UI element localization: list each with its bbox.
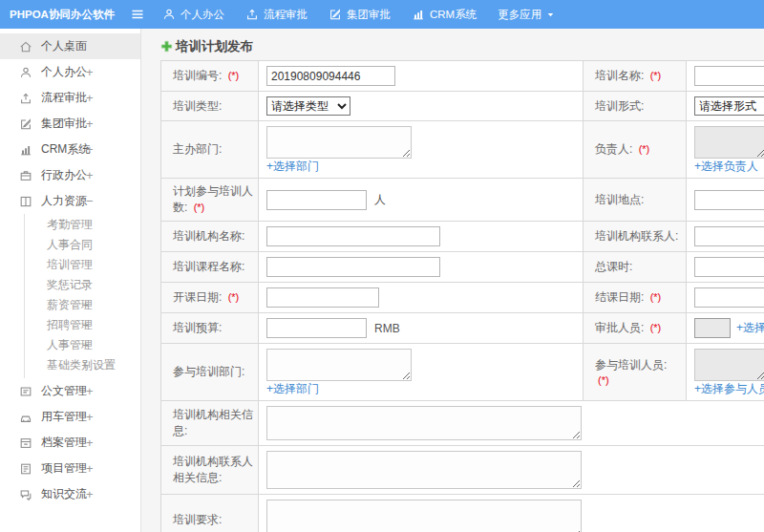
sidebar-item-admin-office[interactable]: 行政办公+ (0, 162, 140, 188)
sidebar-subitem-label: 奖惩记录 (47, 277, 93, 293)
training-budget-input[interactable] (266, 318, 367, 338)
sidebar-item-vehicle-mgmt[interactable]: 用车管理+ (0, 404, 140, 430)
required-marker: (*) (598, 374, 609, 386)
start-date-input[interactable] (266, 287, 379, 308)
sidebar-item-label: 个人办公 (41, 64, 87, 80)
approver-picker-link[interactable]: +选择审批人员 (736, 321, 764, 334)
approver-input[interactable] (694, 318, 731, 338)
top-nav-group-approval[interactable]: 集团审批 (329, 8, 391, 22)
training-requirements-textarea[interactable] (266, 500, 582, 532)
top-nav-crm-system[interactable]: CRM系统 (412, 8, 477, 22)
sidebar-subitem-training-mgmt[interactable]: 培训管理 (25, 255, 140, 275)
sidebar-item-label: 人力资源 (41, 193, 87, 209)
planned-participants-input[interactable] (266, 190, 367, 210)
expand-plus-icon[interactable]: + (86, 117, 94, 130)
collapse-minus-icon[interactable]: − (86, 195, 94, 207)
page-title: 培训计划发布 (176, 38, 253, 55)
required-marker: (*) (228, 291, 240, 303)
expand-plus-icon[interactable]: + (86, 169, 94, 181)
top-nav-more-apps[interactable]: 更多应用 (498, 8, 555, 22)
top-nav-workflow-approval[interactable]: 流程审批 (245, 8, 308, 22)
sidebar-item-document-mgmt[interactable]: 公文管理+ (0, 378, 140, 404)
training-plan-form: 培训编号: (*)培训名称: (*)培训类型: 请选择类型培训形式: 请选择形式… (160, 60, 764, 532)
expand-plus-icon[interactable]: + (86, 488, 94, 500)
sidebar-item-group-approval[interactable]: 集团审批+ (0, 111, 140, 137)
participating-persons-label: 参与培训人员: (*) (584, 344, 687, 401)
participating-departments-textarea[interactable] (266, 349, 412, 381)
chart-icon (412, 8, 425, 21)
expand-plus-icon[interactable]: + (82, 360, 89, 372)
training-type-label: 培训类型: (161, 92, 259, 121)
sidebar-item-human-resources[interactable]: 人力资源− (0, 188, 140, 214)
sidebar-item-crm-system[interactable]: CRM系统+ (0, 137, 140, 162)
sidebar-subitem-label: 人事合同 (47, 237, 93, 253)
expand-plus-icon[interactable]: + (86, 385, 94, 397)
sidebar-subitem-base-category-settings[interactable]: 基础类别设置+ (25, 355, 140, 375)
nav-label: 更多应用 (498, 8, 541, 22)
training-org-contact-info-textarea[interactable] (266, 451, 582, 489)
sidebar-subitem-label: 培训管理 (47, 257, 93, 273)
sidebar-item-label: 用车管理 (41, 409, 87, 425)
end-date-input[interactable] (694, 287, 764, 308)
car-icon (19, 411, 32, 424)
training-form-select[interactable]: 请选择形式 (694, 96, 764, 116)
end-date-label: 结课日期: (*) (584, 283, 687, 313)
sidebar-item-personal-desktop[interactable]: 个人桌面 (0, 33, 140, 59)
sidebar-subitem-reward-punishment[interactable]: 奖惩记录 (25, 275, 140, 295)
hr-book-icon (19, 195, 32, 208)
sidebar-subitem-attendance-mgmt[interactable]: 考勤管理 (25, 215, 140, 235)
sidebar-subitem-salary-mgmt[interactable]: 薪资管理+ (25, 295, 140, 315)
training-name-input[interactable] (694, 66, 764, 86)
training-org-contact-info-label: 培训机构联系人相关信息: (161, 446, 259, 495)
host-department-textarea[interactable] (266, 126, 412, 159)
nav-label: CRM系统 (430, 8, 477, 22)
course-name-input[interactable] (266, 257, 440, 277)
person-in-charge-picker-row: +选择负责人 (694, 160, 764, 173)
expand-plus-icon[interactable]: + (86, 66, 94, 78)
expand-plus-icon[interactable]: + (82, 300, 89, 311)
menu-toggle-button[interactable] (126, 3, 149, 26)
expand-plus-icon[interactable]: + (86, 143, 94, 156)
training-type-select[interactable]: 请选择类型 (266, 96, 350, 116)
sidebar-item-project-mgmt[interactable]: 项目管理+ (0, 456, 140, 481)
nav-label: 流程审批 (264, 8, 308, 22)
participating-departments-picker-link[interactable]: +选择部门 (266, 382, 319, 395)
expand-plus-icon[interactable]: + (82, 320, 89, 331)
edit-icon (19, 117, 32, 131)
expand-plus-icon[interactable]: + (86, 436, 94, 449)
sidebar-item-archive-mgmt[interactable]: 档案管理+ (0, 430, 140, 456)
menu-icon (130, 7, 145, 22)
sidebar-item-label: 个人桌面 (41, 38, 87, 54)
sidebar-subitem-personnel-mgmt[interactable]: 人事管理+ (25, 335, 140, 355)
person-in-charge-textarea[interactable] (694, 126, 764, 159)
sidebar-subitem-hr-contract[interactable]: 人事合同 (25, 235, 140, 255)
training-org-name-input[interactable] (266, 226, 440, 246)
training-form-label: 培训形式: (584, 92, 687, 121)
flow-icon (19, 92, 32, 105)
top-nav-personal-office[interactable]: 个人办公 (162, 8, 224, 22)
project-icon (19, 462, 32, 476)
total-hours-input[interactable] (694, 257, 764, 277)
training-org-info-label: 培训机构相关信息: (161, 401, 259, 446)
training-location-input[interactable] (694, 190, 764, 210)
host-department-picker-link[interactable]: +选择部门 (266, 160, 319, 173)
participating-persons-picker-link[interactable]: +选择参与人员 (694, 382, 764, 395)
archive-icon (19, 436, 32, 450)
expand-plus-icon[interactable]: + (86, 92, 94, 104)
total-hours-label: 总课时: (584, 252, 687, 283)
expand-plus-icon[interactable]: + (86, 462, 94, 475)
sidebar-item-label: 项目管理 (41, 460, 87, 477)
training-org-info-textarea[interactable] (266, 406, 582, 440)
sidebar-subitem-recruit-mgmt[interactable]: 招聘管理+ (25, 315, 140, 335)
expand-plus-icon[interactable]: + (82, 340, 89, 351)
expand-plus-icon[interactable]: + (86, 411, 94, 423)
sidebar-item-knowledge-exchange[interactable]: 知识交流+ (0, 481, 140, 507)
training-org-contact-input[interactable] (694, 226, 764, 246)
start-date-label: 开课日期: (*) (161, 283, 259, 313)
participating-persons-textarea[interactable] (694, 349, 764, 381)
sidebar-item-workflow-approval[interactable]: 流程审批+ (0, 85, 140, 111)
person-in-charge-picker-link[interactable]: +选择负责人 (694, 160, 758, 173)
training-code-input[interactable] (266, 66, 395, 86)
training-requirements-label: 培训要求: (161, 495, 259, 532)
sidebar-item-personal-office[interactable]: 个人办公+ (0, 59, 140, 85)
